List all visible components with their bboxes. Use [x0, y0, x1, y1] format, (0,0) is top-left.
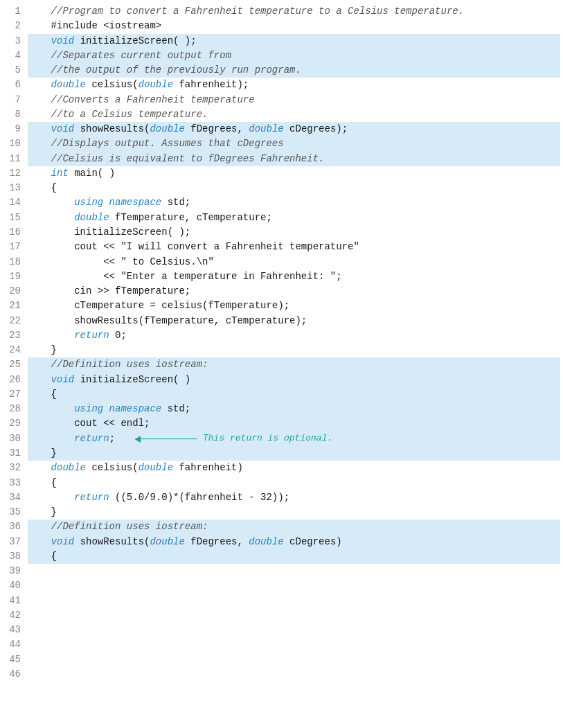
annotation: This return is optional. — [135, 432, 332, 445]
token-normal: fahrenheit) — [179, 462, 242, 473]
token-cm: //Program to convert a Fahrenheit temper… — [28, 6, 464, 17]
line-number: 29 — [4, 416, 21, 431]
code-line: { — [28, 476, 560, 490]
token-normal: std; — [168, 403, 191, 414]
line-numbers: 1234567891011121314151617181920212223242… — [0, 4, 25, 724]
line-number: 26 — [4, 373, 21, 387]
line-number: 3 — [4, 34, 21, 48]
line-number: 8 — [4, 107, 21, 122]
token-kw: double — [28, 212, 115, 223]
code-line: void initializeScreen( ) — [28, 373, 560, 387]
token-kw: double — [28, 79, 91, 90]
token-normal: cin >> fTemperature; — [28, 285, 190, 296]
token-cm: //Definition uses iostream: — [28, 359, 208, 370]
code-line: { — [28, 181, 560, 195]
token-normal: { — [28, 389, 57, 400]
token-normal: cout << endl; — [28, 418, 150, 429]
code-line: { — [28, 549, 560, 564]
line-number: 27 — [4, 387, 21, 402]
code-line: return 0; — [28, 328, 560, 343]
token-normal: std; — [168, 197, 191, 208]
code-line: cin >> fTemperature; — [28, 284, 560, 299]
line-number: 1 — [4, 4, 21, 19]
line-number: 36 — [4, 520, 21, 534]
code-container: 1234567891011121314151617181920212223242… — [0, 0, 563, 728]
line-number: 33 — [4, 476, 21, 490]
code-line: cTemperature = celsius(fTemperature); — [28, 299, 560, 313]
token-normal: } — [28, 344, 57, 355]
token-normal: cout << "I will convert a Fahrenheit tem… — [28, 241, 359, 252]
line-number: 18 — [4, 255, 21, 269]
token-normal: } — [28, 447, 57, 459]
token-param: double — [138, 79, 179, 90]
line-number: 21 — [4, 299, 21, 313]
code-line: //Definition uses iostream: — [28, 520, 560, 534]
token-normal: << "Enter a temperature in Fahrenheit: "… — [28, 271, 342, 282]
line-number: 4 — [4, 48, 21, 63]
token-kw: void — [28, 123, 80, 134]
token-normal: #include <iostream> — [28, 20, 161, 31]
code-line: } — [28, 505, 560, 520]
token-param: double — [138, 462, 179, 473]
line-number: 13 — [4, 181, 21, 195]
token-kw: void — [28, 536, 80, 547]
code-line: //Displays output. Assumes that cDegrees — [28, 136, 560, 151]
token-normal: ; — [109, 433, 115, 444]
line-number: 16 — [4, 225, 21, 240]
token-normal: celsius( — [91, 462, 138, 473]
code-area: //Program to convert a Fahrenheit temper… — [25, 4, 563, 724]
token-normal: fDegrees, — [190, 536, 249, 547]
token-kw: void — [28, 374, 80, 385]
line-number: 20 — [4, 284, 21, 299]
line-number: 30 — [4, 432, 21, 446]
code-line: //Celsius is equivalent to fDegrees Fahr… — [28, 152, 560, 166]
token-kw: return — [28, 433, 109, 444]
line-number: 22 — [4, 314, 21, 328]
code-line: //the output of the previously run progr… — [28, 63, 560, 78]
token-cm: //Displays output. Assumes that cDegrees — [28, 138, 284, 149]
line-number: 41 — [4, 594, 21, 608]
line-number: 40 — [4, 578, 21, 593]
line-number: 31 — [4, 446, 21, 461]
line-number: 25 — [4, 357, 21, 372]
code-line: using namespace std; — [28, 402, 560, 416]
code-line: return ((5.0/9.0)*(fahrenheit - 32)); — [28, 490, 560, 505]
token-normal: cDegrees) — [289, 536, 342, 547]
line-number: 11 — [4, 152, 21, 166]
token-normal: ((5.0/9.0)*(fahrenheit - 32)); — [115, 492, 289, 503]
token-normal: { — [28, 551, 57, 562]
line-number: 37 — [4, 535, 21, 549]
token-cm: //to a Celsius temperature. — [28, 109, 208, 120]
token-normal: showResults( — [80, 536, 150, 547]
token-cm: //Definition uses iostream: — [28, 521, 208, 532]
code-line: //Separates current output from — [28, 48, 560, 63]
code-line: return;This return is optional. — [28, 432, 560, 446]
token-kw: using namespace — [28, 403, 168, 414]
token-kw: int — [28, 168, 74, 179]
token-normal: cDegrees); — [289, 123, 348, 134]
code-line: #include <iostream> — [28, 19, 560, 33]
code-line: showResults(fTemperature, cTemperature); — [28, 314, 560, 328]
token-param: double — [249, 536, 289, 547]
token-normal: initializeScreen( ); — [28, 227, 190, 238]
token-kw: using namespace — [28, 197, 168, 208]
token-normal: 0; — [115, 330, 127, 341]
token-normal: { — [28, 182, 57, 193]
line-number: 24 — [4, 343, 21, 357]
code-line: << "Enter a temperature in Fahrenheit: "… — [28, 269, 560, 284]
code-line: void showResults(double fDegrees, double… — [28, 122, 560, 136]
line-number: 2 — [4, 19, 21, 33]
code-line: //Program to convert a Fahrenheit temper… — [28, 4, 560, 19]
line-number: 45 — [4, 652, 21, 667]
line-number: 17 — [4, 240, 21, 254]
line-number: 10 — [4, 136, 21, 151]
token-param: double — [249, 123, 289, 134]
code-line: double fTemperature, cTemperature; — [28, 211, 560, 225]
token-normal: << " to Celsius.\n" — [28, 256, 214, 267]
line-number: 14 — [4, 195, 21, 210]
code-line: { — [28, 387, 560, 402]
annotation-text: This return is optional. — [203, 432, 332, 445]
code-line: cout << "I will convert a Fahrenheit tem… — [28, 240, 560, 254]
token-param: double — [150, 123, 190, 134]
code-line: void initializeScreen( ); — [28, 34, 560, 48]
